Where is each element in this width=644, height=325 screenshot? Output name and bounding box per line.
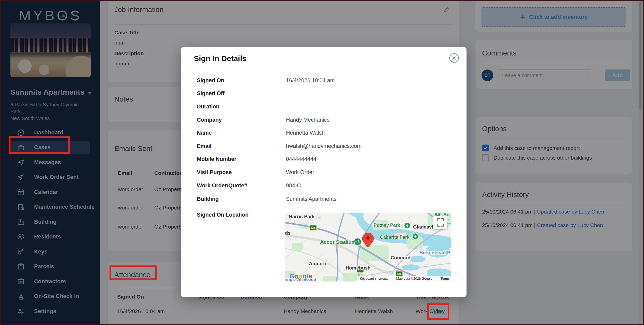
signed-on-location-map[interactable]: M4 A3 M4: [285, 213, 451, 281]
field-value: 0444444444: [286, 156, 317, 162]
svg-text:Gladesvill: Gladesvill: [413, 224, 436, 230]
svg-text:o: o: [298, 273, 302, 280]
close-icon[interactable]: [449, 53, 459, 63]
field-value: Henrietta Walsh: [286, 130, 325, 136]
modal-title: Sign In Details: [194, 54, 246, 63]
svg-text:Accor Stadium: Accor Stadium: [320, 239, 356, 245]
divider: [181, 68, 467, 68]
svg-text:M4: M4: [397, 272, 402, 276]
svg-text:Birkenhead Poi: Birkenhead Poi: [419, 250, 451, 255]
google-logo: G o o g l e: [290, 273, 312, 280]
field-label: Signed Off: [197, 90, 225, 97]
field-value: 16/4/2026 10:04 am: [286, 77, 335, 84]
field-label: Work Order/Quote#: [197, 182, 247, 189]
field-label: Company: [197, 117, 222, 123]
field-label: Mobile Number: [197, 156, 236, 162]
svg-text:Auburn: Auburn: [309, 261, 326, 266]
svg-text:Putney Park: Putney Park: [374, 223, 400, 228]
sign-in-details-modal: Sign In Details Signed On 16/4/2026 10:0…: [181, 47, 467, 297]
svg-text:Concord: Concord: [391, 255, 410, 260]
field-value: Handy Mechanics: [286, 117, 330, 123]
svg-text:M4: M4: [311, 226, 316, 230]
field-label: Email: [197, 143, 211, 149]
keyboard-shortcuts-link[interactable]: Keyboard shortcuts: [360, 277, 389, 280]
svg-text:G: G: [290, 273, 294, 280]
svg-text:ds: ds: [285, 230, 291, 236]
annotation-box-attendance: [109, 265, 157, 280]
svg-text:o: o: [294, 273, 298, 280]
svg-text:Cabarita Park: Cabarita Park: [380, 235, 410, 240]
svg-text:Harris Park: Harris Park: [289, 214, 315, 219]
svg-text:g: g: [303, 273, 306, 280]
map-terms-link[interactable]: Terms: [441, 277, 450, 280]
map-data-attribution: Map data ©2026 Google: [396, 277, 432, 280]
signed-on-location-label: Signed On Location: [197, 212, 249, 218]
field-label: Visit Purpose: [197, 169, 232, 176]
field-label: Building: [197, 196, 219, 202]
field-label: Name: [197, 130, 212, 136]
field-label: Signed On: [197, 77, 224, 84]
field-value: Work Order: [286, 169, 314, 176]
svg-text:Homebush: Homebush: [346, 265, 371, 271]
annotation-box-view: [427, 303, 449, 320]
mybos-app: MYBOS Summits Apartments 6 Parkview Dr S…: [0, 0, 644, 325]
svg-text:e: e: [309, 273, 312, 280]
field-label: Duration: [197, 104, 219, 110]
svg-text:l: l: [307, 273, 308, 280]
field-value: Summits Apartments: [286, 196, 336, 202]
fullscreen-icon[interactable]: [433, 216, 447, 229]
field-value: 984-C: [286, 182, 301, 189]
annotation-box-cases: [9, 136, 70, 154]
field-value: hwalsh@handymechanics.com: [286, 143, 362, 149]
